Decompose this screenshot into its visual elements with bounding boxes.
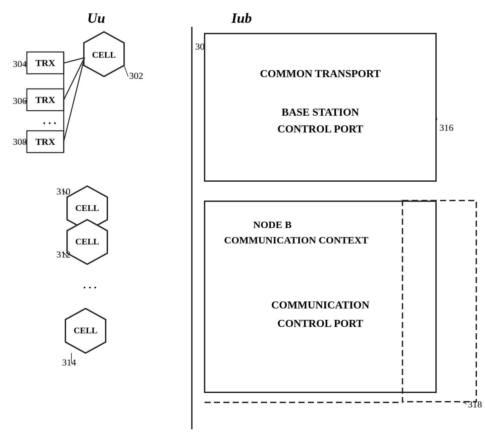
svg-text:CELL: CELL [92,50,116,60]
svg-text:CELL: CELL [75,237,99,246]
svg-rect-32 [205,201,436,392]
svg-text:COMMUNICATION CONTEXT: COMMUNICATION CONTEXT [224,234,368,245]
svg-text:COMMUNICATION: COMMUNICATION [271,299,370,311]
svg-text:312: 312 [56,249,70,260]
svg-text:NODE B: NODE B [253,219,291,230]
svg-text:TRX: TRX [35,58,55,68]
svg-line-15 [64,58,85,142]
svg-text:COMMON TRANSPORT: COMMON TRANSPORT [260,67,381,79]
svg-line-13 [64,58,85,63]
svg-text:. . .: . . . [83,279,97,291]
svg-text:. . .: . . . [43,114,56,126]
svg-line-14 [64,58,85,100]
svg-text:TRX: TRX [35,95,55,105]
diagram: Uu Iub CELL 302 TRX 304 TRX 306 . . . TR… [0,0,485,448]
svg-text:CONTROL PORT: CONTROL PORT [277,317,363,329]
svg-text:308: 308 [13,136,27,147]
svg-text:CELL: CELL [75,203,99,213]
svg-text:306: 306 [13,96,27,106]
svg-text:316: 316 [439,122,453,133]
svg-text:CELL: CELL [74,326,98,335]
svg-text:318: 318 [468,399,482,409]
svg-text:TRX: TRX [35,136,55,147]
svg-text:304: 304 [13,59,27,69]
diagram-svg: CELL 302 TRX 304 TRX 306 . . . TRX 308 [0,0,485,448]
svg-text:BASE STATION: BASE STATION [282,106,359,118]
svg-text:CONTROL PORT: CONTROL PORT [277,123,363,135]
svg-text:314: 314 [62,357,76,368]
ref-302: 302 [129,70,143,81]
